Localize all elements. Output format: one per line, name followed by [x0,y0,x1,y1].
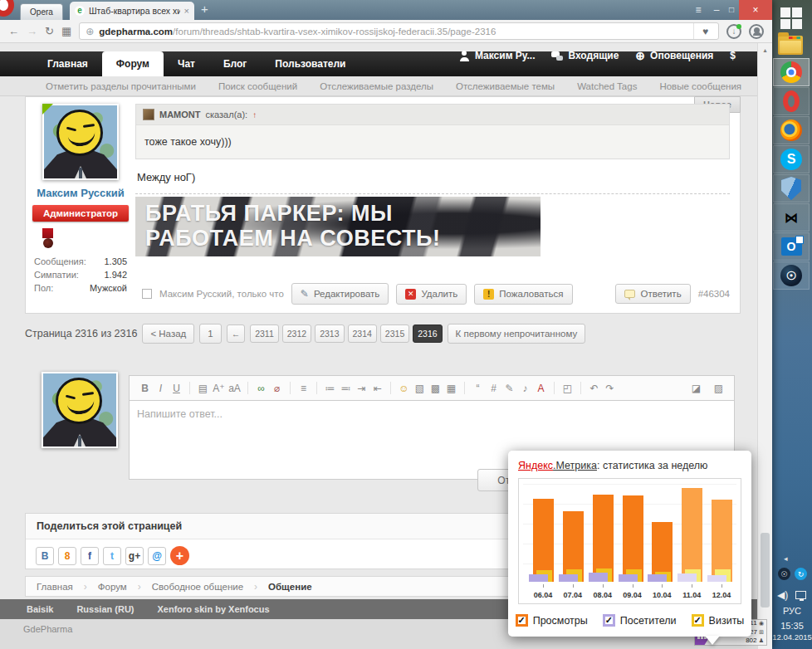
insert-audio-icon[interactable]: ♪ [518,383,532,394]
metrika-brand-suffix[interactable]: .Метрика [553,460,597,471]
currency-link[interactable]: $ [730,50,736,61]
footer-language-link[interactable]: Russian (RU) [76,604,134,614]
page-button-2311[interactable]: 2311 [250,324,279,343]
author-name[interactable]: Максим Русский [32,187,129,199]
tray-expand-icon[interactable]: ◂ [784,554,788,563]
report-button[interactable]: !Пожаловаться [474,284,572,305]
reload-icon[interactable]: ↻ [45,25,54,37]
page-button-2315[interactable]: 2315 [380,324,409,343]
text-case-icon[interactable]: aA [227,383,242,394]
author-avatar[interactable] [42,104,119,180]
legend-checkbox[interactable]: ✓ [603,614,615,627]
skype-desktop-icon[interactable]: S [773,145,810,173]
eraser-icon[interactable]: ◪ [689,383,703,394]
vkontakte-share-icon[interactable]: В [36,547,54,565]
language-indicator[interactable]: РУС [772,606,812,616]
save-draft-icon[interactable]: ◰ [560,383,575,394]
network-icon[interactable] [795,591,806,599]
insert-media-icon[interactable]: ▩ [428,383,443,394]
insert-table-icon[interactable]: ▦ [444,383,458,394]
folder-icon[interactable] [778,36,803,55]
window-close-button[interactable]: × [739,0,772,20]
undo-icon[interactable]: ↶ [587,383,601,394]
footer-style-link[interactable]: Baisik [27,604,53,614]
draw-icon[interactable]: ✎ [502,383,516,394]
twitter-share-icon[interactable]: t [103,547,121,565]
nav-tab-блог[interactable]: Блог [209,51,261,76]
page-button-2316[interactable]: 2316 [413,324,442,343]
clock-date[interactable]: 12.04.2015 [772,632,812,642]
tray-app-icon[interactable]: ↻ [795,568,807,580]
back-icon[interactable]: ← [8,25,19,37]
browser-menu-icon[interactable]: ≡ [687,0,709,20]
nav-tab-форум[interactable]: Форум [102,51,164,76]
forward-icon[interactable]: → [27,25,37,37]
delete-button[interactable]: ✕Удалить [396,284,467,305]
subnav-link[interactable]: Поиск сообщений [218,81,297,91]
breadcrumb-item[interactable]: Форум [87,582,138,592]
account-menu[interactable]: Максим Ру... [459,50,536,61]
mailru-share-icon[interactable]: @ [148,547,166,565]
quote-jump-icon[interactable]: ↑ [252,110,257,120]
steam-desktop-icon[interactable]: ☉ [773,261,810,290]
inline-code-icon[interactable]: # [487,383,501,394]
remove-formatting-icon[interactable]: A [534,383,548,394]
breadcrumb-item[interactable]: Общение [257,582,323,592]
volume-icon[interactable]: ◀) [777,589,788,601]
insert-image-icon[interactable]: ▧ [413,383,427,394]
legend-checkbox[interactable]: ✓ [692,614,704,627]
signature-image[interactable]: БРАТЬЯ ПАРКЕР: МЫ РАБОТАЕМ НА СОВЕСТЬ! [135,197,541,256]
bookmark-heart-icon[interactable]: ♥ [693,22,717,40]
subnav-link[interactable]: Watched Tags [577,81,637,91]
tab-close-icon[interactable]: × [184,6,189,16]
window-maximize-button[interactable]: □ [724,0,739,20]
google-plus-share-icon[interactable]: g+ [125,547,144,565]
scrollbar-thumb[interactable] [761,533,770,608]
speed-dial-icon[interactable]: ▦ [61,25,71,37]
chrome-desktop-icon[interactable] [773,58,810,86]
edit-button[interactable]: ✎Редактировать [291,283,389,305]
first-page-button[interactable]: 1 [199,324,221,344]
post-number[interactable]: #46304 [698,289,730,299]
new-tab-button[interactable]: + [201,2,208,16]
toggle-bbcode-icon[interactable]: ▨ [712,383,726,394]
nav-tab-пользователи[interactable]: Пользователи [261,51,360,76]
opera-menu-button[interactable]: Opera [20,3,63,20]
italic-icon[interactable]: I [154,383,168,394]
subnav-link[interactable]: Отметить разделы прочитанными [46,81,196,91]
nav-tab-главная[interactable]: Главная [33,51,102,76]
legend-checkbox[interactable]: ✓ [516,614,528,627]
shield-desktop-icon[interactable] [773,174,810,203]
facebook-share-icon[interactable]: f [81,547,99,565]
addthis-share-icon[interactable]: + [170,546,189,565]
site-badge-icon[interactable]: ⊕ [86,26,94,37]
unlink-icon[interactable]: ⌀ [270,383,284,394]
url-field[interactable]: ⊕ gdepharma.com/forum/threads/shtab-kvar… [79,22,719,40]
tray-steam-icon[interactable]: ☉ [778,568,790,580]
windows-logo-icon[interactable] [780,7,803,30]
alerts-menu[interactable]: ⊕Оповещения [635,50,713,61]
breadcrumb-item[interactable]: Главная [26,582,84,592]
outlook-desktop-icon[interactable]: O [773,232,810,261]
page-gap-button[interactable]: ← [227,324,246,343]
insert-link-icon[interactable]: ∞ [254,383,268,394]
back-page-button[interactable]: < Назад [142,324,194,344]
scroll-up-icon[interactable]: ▴ [758,45,772,56]
site-name[interactable]: GdePharma [23,624,72,634]
nav-tab-чат[interactable]: Чат [164,51,209,76]
browser-scrollbar[interactable]: ▴ ▾ [757,43,772,649]
smilies-icon[interactable]: ☺ [397,383,411,394]
outdent-icon[interactable]: ⇤ [370,383,384,394]
visual-studio-desktop-icon[interactable]: ⋈ [773,203,810,232]
font-size-icon[interactable]: A⁺ [212,383,226,394]
subnav-link[interactable]: Отслеживаемые темы [456,81,555,91]
redo-icon[interactable]: ↷ [603,383,617,394]
odnoklassniki-share-icon[interactable]: 8 [58,547,76,565]
clock-time[interactable]: 15:35 [772,621,812,631]
downloads-icon[interactable]: ↓ [726,24,741,39]
numbered-list-icon[interactable]: ≕ [339,383,353,394]
page-button-2313[interactable]: 2313 [315,324,344,343]
subnav-link[interactable]: Новые сообщения [659,81,741,91]
opera-desktop-icon[interactable] [773,87,810,115]
firefox-desktop-icon[interactable] [773,116,810,144]
